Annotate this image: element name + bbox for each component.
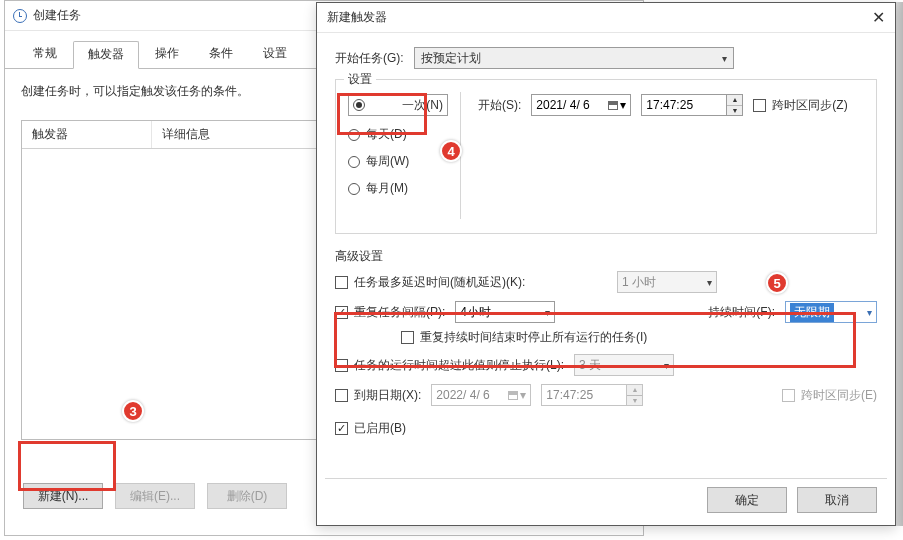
- radio-monthly[interactable]: 每月(M): [348, 180, 448, 197]
- spin-up-icon[interactable]: ▲: [727, 95, 742, 106]
- start-label: 开始(S):: [478, 97, 521, 114]
- background-edge: [895, 2, 903, 526]
- new-trigger-window: 新建触发器 ✕ 开始任务(G): 按预定计划 ▾ 设置 一次(N) 每天(D) …: [316, 2, 896, 526]
- settings-legend: 设置: [344, 71, 376, 88]
- spin-down-icon: ▼: [627, 396, 642, 406]
- radio-daily[interactable]: 每天(D): [348, 126, 448, 143]
- stop-if-label: 任务的运行时间超过此值则停止执行(L):: [354, 357, 564, 374]
- delay-label: 任务最多延迟时间(随机延迟)(K):: [354, 274, 525, 291]
- chevron-down-icon: ▾: [707, 277, 712, 288]
- expire-time-spinner: ▲▼: [627, 384, 643, 406]
- enabled-checkbox[interactable]: ✓已启用(B): [335, 420, 406, 437]
- clock-icon: [13, 9, 27, 23]
- expire-tz-label: 跨时区同步(E): [801, 387, 877, 404]
- front-titlebar: 新建触发器 ✕: [317, 3, 895, 33]
- stop-after-duration-checkbox[interactable]: 重复持续时间结束时停止所有运行的任务(I): [401, 329, 647, 346]
- enabled-label: 已启用(B): [354, 420, 406, 437]
- repeat-value: 4小时: [460, 304, 491, 321]
- radio-once[interactable]: 一次(N): [348, 94, 448, 116]
- duration-select[interactable]: 无限期▾: [785, 301, 877, 323]
- expire-label: 到期日期(X):: [354, 387, 421, 404]
- begin-task-value: 按预定计划: [421, 50, 481, 67]
- divider: [325, 478, 887, 479]
- expire-date-input: 2022/ 4/ 6 ▾: [431, 384, 531, 406]
- cancel-button[interactable]: 取消: [797, 487, 877, 513]
- stop-if-select: 3 天▾: [574, 354, 674, 376]
- calendar-icon: [608, 101, 618, 110]
- tab-settings[interactable]: 设置: [249, 41, 301, 68]
- front-body: 开始任务(G): 按预定计划 ▾ 设置 一次(N) 每天(D) 每周(W) 每月…: [317, 33, 895, 525]
- delay-select: 1 小时▾: [617, 271, 717, 293]
- advanced-title: 高级设置: [335, 248, 877, 265]
- chevron-down-icon: ▾: [545, 307, 550, 318]
- button-row: 新建(N)... 编辑(E)... 删除(D): [23, 483, 287, 509]
- tab-actions[interactable]: 操作: [141, 41, 193, 68]
- expire-tz-checkbox: 跨时区同步(E): [782, 387, 877, 404]
- chevron-down-icon: ▾: [620, 98, 626, 112]
- chevron-down-icon: ▾: [722, 53, 727, 64]
- chevron-down-icon: ▾: [664, 360, 669, 371]
- delete-button: 删除(D): [207, 483, 287, 509]
- close-icon[interactable]: ✕: [849, 8, 885, 27]
- window-title: 创建任务: [33, 7, 81, 24]
- expire-time-value: 17:47:25: [546, 388, 593, 402]
- begin-task-combo[interactable]: 按预定计划 ▾: [414, 47, 734, 69]
- new-button[interactable]: 新建(N)...: [23, 483, 103, 509]
- stop-if-long-checkbox[interactable]: 任务的运行时间超过此值则停止执行(L):: [335, 357, 564, 374]
- start-date-input[interactable]: 2021/ 4/ 6 ▾: [531, 94, 631, 116]
- edit-button: 编辑(E)...: [115, 483, 195, 509]
- tab-conditions[interactable]: 条件: [195, 41, 247, 68]
- delay-value: 1 小时: [622, 274, 656, 291]
- cross-tz-checkbox[interactable]: 跨时区同步(Z): [753, 97, 847, 114]
- radio-monthly-label: 每月(M): [366, 180, 408, 197]
- chevron-down-icon: ▾: [520, 388, 526, 402]
- duration-label: 持续时间(F):: [708, 304, 775, 321]
- cross-tz-label: 跨时区同步(Z): [772, 97, 847, 114]
- settings-fieldset: 设置 一次(N) 每天(D) 每周(W) 每月(M) 开始(S): 2021/ …: [335, 79, 877, 234]
- expire-checkbox[interactable]: 到期日期(X):: [335, 387, 421, 404]
- tab-general[interactable]: 常规: [19, 41, 71, 68]
- begin-task-label: 开始任务(G):: [335, 50, 404, 67]
- radio-weekly-label: 每周(W): [366, 153, 409, 170]
- calendar-icon: [508, 391, 518, 400]
- radio-daily-label: 每天(D): [366, 126, 407, 143]
- start-date-value: 2021/ 4/ 6: [536, 98, 589, 112]
- repeat-interval-select[interactable]: 4小时▾: [455, 301, 555, 323]
- duration-value: 无限期: [790, 303, 834, 322]
- expire-time-input: 17:47:25: [541, 384, 627, 406]
- stop-if-value: 3 天: [579, 357, 601, 374]
- col-trigger[interactable]: 触发器: [22, 121, 152, 148]
- divider: [460, 92, 461, 219]
- stop-after-dur-label: 重复持续时间结束时停止所有运行的任务(I): [420, 329, 647, 346]
- frequency-group: 一次(N) 每天(D) 每周(W) 每月(M): [348, 88, 448, 223]
- expire-date-value: 2022/ 4/ 6: [436, 388, 489, 402]
- repeat-label: 重复任务间隔(P):: [354, 304, 445, 321]
- chevron-down-icon: ▾: [867, 307, 872, 318]
- repeat-checkbox[interactable]: ✓重复任务间隔(P):: [335, 304, 445, 321]
- spin-down-icon[interactable]: ▼: [727, 106, 742, 116]
- radio-weekly[interactable]: 每周(W): [348, 153, 448, 170]
- delay-checkbox[interactable]: 任务最多延迟时间(随机延迟)(K):: [335, 274, 525, 291]
- time-spinner[interactable]: ▲▼: [727, 94, 743, 116]
- tab-triggers[interactable]: 触发器: [73, 41, 139, 69]
- front-title: 新建触发器: [327, 9, 387, 26]
- radio-once-label: 一次(N): [402, 97, 443, 114]
- ok-button[interactable]: 确定: [707, 487, 787, 513]
- start-time-input[interactable]: 17:47:25: [641, 94, 727, 116]
- start-time-value: 17:47:25: [646, 98, 693, 112]
- spin-up-icon: ▲: [627, 385, 642, 396]
